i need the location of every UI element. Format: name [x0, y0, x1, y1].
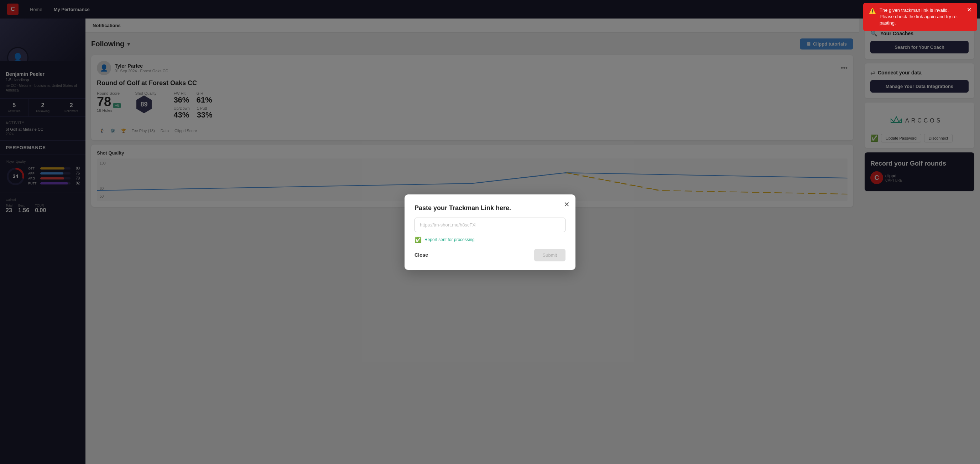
trackman-modal: Paste your Trackman Link here. ✕ ✅ Repor…	[404, 194, 576, 270]
modal-overlay: Paste your Trackman Link here. ✕ ✅ Repor…	[0, 0, 980, 464]
modal-title: Paste your Trackman Link here.	[415, 204, 565, 212]
modal-close-button[interactable]: Close	[415, 249, 428, 261]
modal-actions: Close Submit	[415, 249, 565, 261]
error-toast-message: The given trackman link is invalid. Plea…	[880, 7, 963, 27]
warning-icon: ⚠️	[869, 7, 876, 15]
error-toast-close[interactable]: ✕	[967, 7, 972, 13]
trackman-link-input[interactable]	[415, 218, 565, 232]
success-check-icon: ✅	[415, 237, 422, 243]
error-toast: ⚠️ The given trackman link is invalid. P…	[863, 3, 977, 31]
modal-close-x-button[interactable]: ✕	[564, 200, 570, 209]
modal-success-message: ✅ Report sent for processing	[415, 237, 565, 243]
modal-submit-button[interactable]: Submit	[534, 249, 565, 261]
